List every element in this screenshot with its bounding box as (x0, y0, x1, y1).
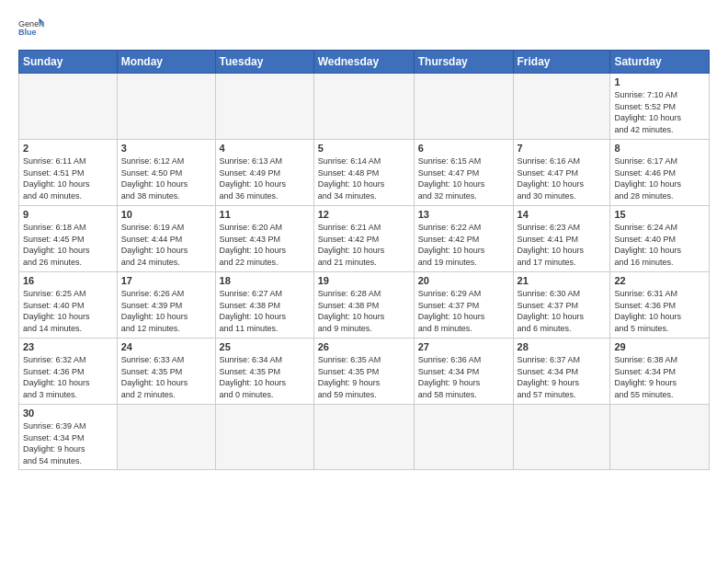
weekday-header-saturday: Saturday (610, 51, 710, 74)
weekday-header-sunday: Sunday (19, 51, 118, 74)
day-number: 6 (418, 143, 509, 154)
day-info: Sunrise: 6:23 AM Sunset: 4:41 PM Dayligh… (518, 222, 607, 268)
logo: General Blue (18, 15, 44, 40)
calendar: SundayMondayTuesdayWednesdayThursdayFrid… (18, 50, 710, 470)
calendar-cell: 28Sunrise: 6:37 AM Sunset: 4:34 PM Dayli… (513, 339, 610, 405)
calendar-cell: 14Sunrise: 6:23 AM Sunset: 4:41 PM Dayli… (513, 206, 610, 272)
calendar-cell (215, 74, 313, 140)
calendar-cell: 24Sunrise: 6:33 AM Sunset: 4:35 PM Dayli… (117, 339, 215, 405)
day-number: 15 (614, 209, 705, 220)
calendar-cell: 10Sunrise: 6:19 AM Sunset: 4:44 PM Dayli… (117, 206, 215, 272)
calendar-cell: 1Sunrise: 7:10 AM Sunset: 5:52 PM Daylig… (610, 74, 710, 140)
calendar-cell: 6Sunrise: 6:15 AM Sunset: 4:47 PM Daylig… (414, 140, 513, 206)
day-info: Sunrise: 6:35 AM Sunset: 4:35 PM Dayligh… (318, 354, 410, 400)
calendar-week-3: 9Sunrise: 6:18 AM Sunset: 4:45 PM Daylig… (19, 206, 710, 272)
day-info: Sunrise: 7:10 AM Sunset: 5:52 PM Dayligh… (614, 89, 705, 135)
day-info: Sunrise: 6:39 AM Sunset: 4:34 PM Dayligh… (23, 420, 113, 466)
day-info: Sunrise: 6:21 AM Sunset: 4:42 PM Dayligh… (318, 222, 410, 268)
day-info: Sunrise: 6:19 AM Sunset: 4:44 PM Dayligh… (121, 222, 211, 268)
day-info: Sunrise: 6:14 AM Sunset: 4:48 PM Dayligh… (318, 155, 410, 201)
day-number: 17 (121, 275, 211, 286)
weekday-header-friday: Friday (513, 51, 610, 74)
day-info: Sunrise: 6:37 AM Sunset: 4:34 PM Dayligh… (518, 354, 607, 400)
day-number: 30 (23, 408, 113, 419)
page: General Blue SundayMondayTuesdayWednesda… (0, 0, 728, 563)
calendar-cell: 13Sunrise: 6:22 AM Sunset: 4:42 PM Dayli… (414, 206, 513, 272)
day-number: 14 (518, 209, 607, 220)
day-number: 3 (121, 143, 211, 154)
day-info: Sunrise: 6:38 AM Sunset: 4:34 PM Dayligh… (614, 354, 705, 400)
day-info: Sunrise: 6:26 AM Sunset: 4:39 PM Dayligh… (121, 288, 211, 334)
day-number: 21 (518, 275, 607, 286)
day-number: 28 (518, 341, 607, 352)
calendar-cell: 3Sunrise: 6:12 AM Sunset: 4:50 PM Daylig… (117, 140, 215, 206)
calendar-cell (117, 74, 215, 140)
calendar-week-4: 16Sunrise: 6:25 AM Sunset: 4:40 PM Dayli… (19, 272, 710, 339)
day-info: Sunrise: 6:34 AM Sunset: 4:35 PM Dayligh… (220, 354, 310, 400)
day-number: 20 (418, 275, 509, 286)
day-info: Sunrise: 6:33 AM Sunset: 4:35 PM Dayligh… (121, 354, 211, 400)
calendar-cell: 23Sunrise: 6:32 AM Sunset: 4:36 PM Dayli… (19, 339, 118, 405)
calendar-cell: 2Sunrise: 6:11 AM Sunset: 4:51 PM Daylig… (19, 140, 118, 206)
calendar-week-1: 1Sunrise: 7:10 AM Sunset: 5:52 PM Daylig… (19, 74, 710, 140)
day-number: 25 (220, 341, 310, 352)
day-info: Sunrise: 6:25 AM Sunset: 4:40 PM Dayligh… (23, 288, 113, 334)
day-number: 2 (23, 143, 113, 154)
day-number: 23 (23, 341, 113, 352)
day-number: 18 (220, 275, 310, 286)
day-info: Sunrise: 6:22 AM Sunset: 4:42 PM Dayligh… (418, 222, 509, 268)
day-number: 24 (121, 341, 211, 352)
calendar-cell: 4Sunrise: 6:13 AM Sunset: 4:49 PM Daylig… (215, 140, 313, 206)
weekday-header-monday: Monday (117, 51, 215, 74)
calendar-cell: 17Sunrise: 6:26 AM Sunset: 4:39 PM Dayli… (117, 272, 215, 339)
calendar-cell: 25Sunrise: 6:34 AM Sunset: 4:35 PM Dayli… (215, 339, 313, 405)
day-number: 5 (318, 143, 410, 154)
day-info: Sunrise: 6:29 AM Sunset: 4:37 PM Dayligh… (418, 288, 509, 334)
calendar-cell: 12Sunrise: 6:21 AM Sunset: 4:42 PM Dayli… (313, 206, 414, 272)
day-number: 10 (121, 209, 211, 220)
weekday-header-tuesday: Tuesday (215, 51, 313, 74)
day-number: 4 (220, 143, 310, 154)
header: General Blue (18, 15, 710, 40)
calendar-cell: 27Sunrise: 6:36 AM Sunset: 4:34 PM Dayli… (414, 339, 513, 405)
day-info: Sunrise: 6:28 AM Sunset: 4:38 PM Dayligh… (318, 288, 410, 334)
calendar-cell (313, 405, 414, 470)
day-info: Sunrise: 6:16 AM Sunset: 4:47 PM Dayligh… (518, 155, 607, 201)
calendar-week-6: 30Sunrise: 6:39 AM Sunset: 4:34 PM Dayli… (19, 405, 710, 470)
calendar-cell: 26Sunrise: 6:35 AM Sunset: 4:35 PM Dayli… (313, 339, 414, 405)
day-info: Sunrise: 6:13 AM Sunset: 4:49 PM Dayligh… (220, 155, 310, 201)
day-info: Sunrise: 6:17 AM Sunset: 4:46 PM Dayligh… (614, 155, 705, 201)
day-number: 7 (518, 143, 607, 154)
calendar-cell: 19Sunrise: 6:28 AM Sunset: 4:38 PM Dayli… (313, 272, 414, 339)
calendar-cell (117, 405, 215, 470)
day-number: 12 (318, 209, 410, 220)
calendar-cell: 8Sunrise: 6:17 AM Sunset: 4:46 PM Daylig… (610, 140, 710, 206)
day-info: Sunrise: 6:31 AM Sunset: 4:36 PM Dayligh… (614, 288, 705, 334)
day-info: Sunrise: 6:27 AM Sunset: 4:38 PM Dayligh… (220, 288, 310, 334)
calendar-cell (513, 405, 610, 470)
day-number: 19 (318, 275, 410, 286)
day-info: Sunrise: 6:15 AM Sunset: 4:47 PM Dayligh… (418, 155, 509, 201)
calendar-cell: 9Sunrise: 6:18 AM Sunset: 4:45 PM Daylig… (19, 206, 118, 272)
calendar-cell: 29Sunrise: 6:38 AM Sunset: 4:34 PM Dayli… (610, 339, 710, 405)
calendar-week-2: 2Sunrise: 6:11 AM Sunset: 4:51 PM Daylig… (19, 140, 710, 206)
calendar-cell: 11Sunrise: 6:20 AM Sunset: 4:43 PM Dayli… (215, 206, 313, 272)
day-info: Sunrise: 6:36 AM Sunset: 4:34 PM Dayligh… (418, 354, 509, 400)
day-number: 8 (614, 143, 705, 154)
day-number: 22 (614, 275, 705, 286)
day-info: Sunrise: 6:18 AM Sunset: 4:45 PM Dayligh… (23, 222, 113, 268)
day-info: Sunrise: 6:11 AM Sunset: 4:51 PM Dayligh… (23, 155, 113, 201)
day-info: Sunrise: 6:32 AM Sunset: 4:36 PM Dayligh… (23, 354, 113, 400)
calendar-cell (19, 74, 118, 140)
weekday-header-row: SundayMondayTuesdayWednesdayThursdayFrid… (19, 51, 710, 74)
day-number: 27 (418, 341, 509, 352)
day-number: 13 (418, 209, 509, 220)
day-info: Sunrise: 6:24 AM Sunset: 4:40 PM Dayligh… (614, 222, 705, 268)
day-number: 1 (614, 76, 705, 87)
calendar-cell: 7Sunrise: 6:16 AM Sunset: 4:47 PM Daylig… (513, 140, 610, 206)
calendar-cell: 20Sunrise: 6:29 AM Sunset: 4:37 PM Dayli… (414, 272, 513, 339)
calendar-cell: 21Sunrise: 6:30 AM Sunset: 4:37 PM Dayli… (513, 272, 610, 339)
day-info: Sunrise: 6:12 AM Sunset: 4:50 PM Dayligh… (121, 155, 211, 201)
day-info: Sunrise: 6:30 AM Sunset: 4:37 PM Dayligh… (518, 288, 607, 334)
day-number: 26 (318, 341, 410, 352)
